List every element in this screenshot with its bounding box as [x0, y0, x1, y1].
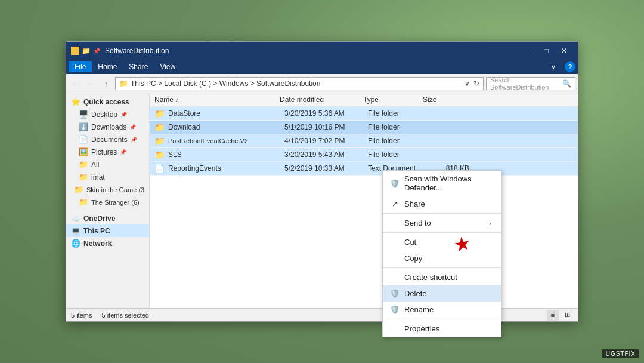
refresh-icon[interactable]: ↻ [473, 79, 479, 88]
ctx-scan-defender[interactable]: 🛡️ Scan with Windows Defender... [383, 171, 501, 196]
quick-access-icon: ⭐ [71, 97, 80, 106]
pin-icon: 📌 [93, 48, 100, 54]
sidebar-onedrive-label: OneDrive [83, 214, 115, 223]
menu-file[interactable]: File [69, 61, 92, 72]
defender-icon: 🛡️ [390, 179, 400, 188]
sidebar-this-pc-label: This PC [83, 227, 110, 235]
ctx-cut[interactable]: Cut [383, 234, 501, 250]
up-button[interactable]: ↑ [100, 77, 113, 90]
sidebar-item-all[interactable]: 📁 All [66, 158, 149, 171]
file-row-reporting[interactable]: 📄 ReportingEvents 5/2/2019 10:33 AM Text… [150, 162, 578, 176]
sls-type: File folder [368, 150, 428, 159]
sls-folder-icon: 📁 [154, 150, 165, 159]
sls-name: SLS [168, 150, 284, 159]
ctx-rename[interactable]: 🛡️ Rename [383, 302, 501, 318]
download-name: Download [168, 123, 284, 131]
sidebar-skin-label: Skin in the Game (3 [86, 186, 144, 193]
address-path[interactable]: 📁 This PC > Local Disk (C:) > Windows > … [115, 77, 484, 90]
ctx-copy[interactable]: Copy [383, 250, 501, 266]
maximize-button[interactable]: □ [537, 42, 555, 60]
sidebar: ⭐ Quick access 🖥️ Desktop 📌 ⬇️ Downloads… [66, 93, 150, 308]
column-name[interactable]: Name ∧ [154, 96, 280, 104]
file-row-sls[interactable]: 📁 SLS 3/20/2019 5:43 AM File folder [150, 148, 578, 162]
watermark: UGSTFIX [602, 349, 639, 358]
postreboot-folder-icon: 📁 [154, 136, 165, 146]
tiles-view-button[interactable]: ⊞ [561, 310, 573, 321]
documents-pin-icon: 📌 [131, 137, 137, 143]
sidebar-network-label: Network [83, 239, 112, 248]
forward-button[interactable]: → [84, 77, 97, 90]
network-icon: 🌐 [71, 239, 80, 248]
selected-count: 5 items selected [101, 312, 148, 319]
file-row-datastore[interactable]: 📁 DataStore 3/20/2019 5:36 AM File folde… [150, 107, 578, 121]
menu-bar: File Home Share View ∨ ? [66, 60, 578, 74]
ctx-properties[interactable]: Properties [383, 321, 501, 337]
ctx-share-label: Share [404, 199, 425, 208]
sidebar-stranger-label: The Stranger (6) [91, 199, 140, 206]
folder-icon: 📁 [82, 47, 91, 55]
ctx-separator-1 [383, 213, 501, 214]
ctx-create-shortcut[interactable]: Create shortcut [383, 269, 501, 285]
postreboot-type: File folder [368, 137, 428, 145]
sidebar-item-desktop[interactable]: 🖥️ Desktop 📌 [66, 108, 149, 121]
sidebar-item-skin[interactable]: 📁 Skin in the Game (3 [66, 183, 149, 196]
sidebar-documents-label: Documents [91, 136, 128, 144]
delete-icon: 🛡️ [390, 289, 400, 298]
ctx-delete[interactable]: 🛡️ Delete [383, 285, 501, 302]
sidebar-item-downloads[interactable]: ⬇️ Downloads 📌 [66, 121, 149, 133]
column-type[interactable]: Type [363, 96, 423, 104]
quick-access-label: Quick access [83, 98, 129, 106]
menu-view[interactable]: View [154, 61, 181, 72]
datastore-type: File folder [368, 109, 428, 118]
help-button[interactable]: ? [565, 61, 575, 72]
sort-arrow-icon: ∧ [175, 97, 179, 103]
back-button[interactable]: ← [69, 77, 82, 90]
ctx-copy-label: Copy [404, 254, 422, 263]
expand-ribbon-button[interactable]: ∨ [547, 60, 560, 73]
details-view-button[interactable]: ≡ [547, 310, 559, 321]
ctx-send-to-label: Send to [404, 219, 431, 227]
sidebar-item-documents[interactable]: 📄 Documents 📌 [66, 133, 149, 146]
this-pc-icon: 💻 [71, 226, 80, 235]
sidebar-item-imat[interactable]: 📁 imat [66, 171, 149, 183]
pictures-pin-icon: 📌 [120, 149, 126, 155]
search-box[interactable]: Search SoftwareDistribution 🔍 [486, 77, 575, 90]
ctx-separator-3 [383, 267, 501, 268]
column-size[interactable]: Size [423, 96, 465, 104]
search-icon[interactable]: 🔍 [562, 79, 571, 88]
postreboot-date: 4/10/2019 7:02 PM [284, 137, 368, 145]
ctx-delete-label: Delete [404, 289, 427, 298]
ctx-share[interactable]: ↗ Share [383, 196, 501, 212]
file-row-postreboot[interactable]: 📁 PostRebootEventCache.V2 4/10/2019 7:02… [150, 134, 578, 148]
sidebar-this-pc[interactable]: 💻 This PC [66, 224, 149, 237]
sidebar-item-stranger[interactable]: 📁 The Stranger (6) [66, 196, 149, 208]
download-date: 5/1/2019 10:16 PM [284, 123, 368, 131]
sidebar-onedrive[interactable]: ☁️ OneDrive [66, 212, 149, 224]
documents-icon: 📄 [79, 135, 88, 144]
download-folder-icon: 📁 [154, 122, 165, 132]
column-date[interactable]: Date modified [280, 96, 363, 104]
reporting-file-icon: 📄 [154, 164, 165, 173]
explorer-window: 📁 📌 SoftwareDistribution — □ ✕ File Home… [66, 41, 578, 322]
datastore-name: DataStore [168, 109, 284, 118]
sidebar-quick-access[interactable]: ⭐ Quick access [66, 96, 149, 108]
sidebar-network[interactable]: 🌐 Network [66, 237, 149, 250]
menu-share[interactable]: Share [123, 61, 154, 72]
datastore-folder-icon: 📁 [154, 109, 165, 118]
menu-home[interactable]: Home [92, 61, 123, 72]
window-controls: — □ ✕ [519, 42, 573, 60]
title-bar-icons: 📁 📌 [71, 47, 100, 55]
address-path-text: This PC > Local Disk (C:) > Windows > So… [131, 79, 320, 88]
close-button[interactable]: ✕ [555, 42, 573, 60]
ctx-create-shortcut-label: Create shortcut [404, 273, 457, 282]
ctx-send-to[interactable]: Send to › [383, 215, 501, 231]
sidebar-item-pictures[interactable]: 🖼️ Pictures 📌 [66, 146, 149, 158]
file-row-download[interactable]: 📁 Download 5/1/2019 10:16 PM File folder [150, 121, 578, 134]
minimize-button[interactable]: — [519, 42, 537, 60]
sidebar-downloads-label: Downloads [91, 123, 126, 131]
datastore-date: 3/20/2019 5:36 AM [284, 109, 368, 118]
ctx-rename-label: Rename [404, 305, 434, 314]
address-dropdown-icon[interactable]: ∨ [465, 79, 470, 88]
desktop-pin-icon: 📌 [120, 112, 127, 118]
desktop-icon: 🖥️ [79, 110, 88, 119]
